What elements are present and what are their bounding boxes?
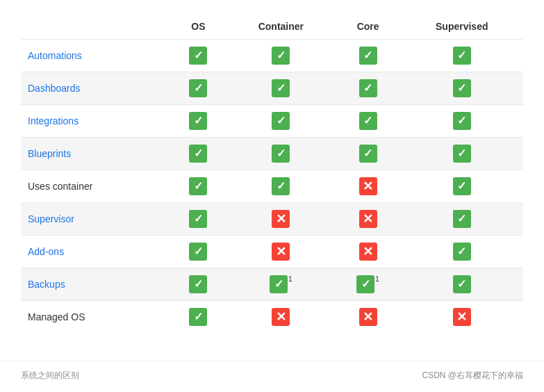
check-icon: ✓ <box>453 275 471 293</box>
check-icon: ✓ <box>270 275 288 293</box>
table-cell: ✓ <box>226 170 336 203</box>
table-cell: ✓1 <box>336 268 401 301</box>
table-row: Supervisor✓✕✕✓ <box>21 203 523 236</box>
table-cell: ✓ <box>170 268 226 301</box>
feature-cell[interactable]: Backups <box>21 268 170 301</box>
table-cell: ✓ <box>170 138 226 170</box>
cross-icon: ✕ <box>359 308 377 326</box>
table-cell: ✕ <box>226 203 336 236</box>
feature-link[interactable]: Backups <box>28 279 65 290</box>
feature-link[interactable]: Integrations <box>28 115 79 126</box>
feature-link[interactable]: Automations <box>28 50 82 61</box>
table-cell: ✓ <box>400 72 523 105</box>
check-icon: ✓ <box>189 243 207 261</box>
feature-label: Managed OS <box>28 311 85 322</box>
table-cell: ✓ <box>400 203 523 236</box>
check-icon: ✓ <box>189 308 207 326</box>
table-cell: ✓ <box>336 138 401 170</box>
cross-icon: ✕ <box>453 308 471 326</box>
check-icon: ✓ <box>359 145 377 163</box>
table-cell: ✓ <box>400 138 523 170</box>
table-cell: ✓ <box>400 236 523 268</box>
check-icon: ✓ <box>272 177 290 195</box>
table-cell: ✓ <box>336 72 401 105</box>
table-cell: ✕ <box>400 301 523 334</box>
table-cell: ✓ <box>226 138 336 170</box>
cross-icon: ✕ <box>359 243 377 261</box>
check-icon: ✓ <box>272 47 290 65</box>
table-cell: ✓ <box>170 203 226 236</box>
check-icon: ✓ <box>272 79 290 97</box>
feature-link[interactable]: Dashboards <box>28 83 81 94</box>
check-sup-wrapper: ✓1 <box>270 275 292 293</box>
feature-cell[interactable]: Dashboards <box>21 72 170 105</box>
check-icon: ✓ <box>359 47 377 65</box>
table-cell: ✓ <box>170 301 226 334</box>
check-icon: ✓ <box>359 79 377 97</box>
feature-cell: Uses container <box>21 170 170 203</box>
check-icon: ✓ <box>189 47 207 65</box>
feature-cell[interactable]: Blueprints <box>21 138 170 170</box>
table-cell: ✓ <box>226 105 336 138</box>
check-icon: ✓ <box>189 275 207 293</box>
col-header-os: OS <box>170 14 226 40</box>
cross-icon: ✕ <box>359 177 377 195</box>
col-header-core: Core <box>336 14 401 40</box>
table-cell: ✕ <box>226 301 336 334</box>
table-cell: ✓1 <box>226 268 336 301</box>
check-icon: ✓ <box>189 79 207 97</box>
footer-left: 系统之间的区别 <box>21 370 79 382</box>
table-cell: ✓ <box>400 170 523 203</box>
feature-cell[interactable]: Integrations <box>21 105 170 138</box>
table-cell: ✕ <box>336 203 401 236</box>
check-icon: ✓ <box>189 210 207 228</box>
table-cell: ✓ <box>400 40 523 72</box>
table-row: Integrations✓✓✓✓ <box>21 105 523 138</box>
table-cell: ✕ <box>336 170 401 203</box>
check-icon: ✓ <box>453 112 471 130</box>
table-row: Dashboards✓✓✓✓ <box>21 72 523 105</box>
check-icon: ✓ <box>189 145 207 163</box>
check-icon: ✓ <box>356 275 374 293</box>
table-row: Automations✓✓✓✓ <box>21 40 523 72</box>
feature-label: Uses container <box>28 181 92 192</box>
check-icon: ✓ <box>272 145 290 163</box>
feature-link[interactable]: Blueprints <box>28 148 71 159</box>
superscript-label: 1 <box>288 275 292 283</box>
check-icon: ✓ <box>189 177 207 195</box>
feature-link[interactable]: Add-ons <box>28 246 64 257</box>
table-cell: ✓ <box>170 236 226 268</box>
table-cell: ✓ <box>226 72 336 105</box>
check-icon: ✓ <box>453 79 471 97</box>
table-cell: ✓ <box>170 170 226 203</box>
table-cell: ✓ <box>170 72 226 105</box>
cross-icon: ✕ <box>359 210 377 228</box>
check-icon: ✓ <box>359 112 377 130</box>
check-icon: ✓ <box>453 177 471 195</box>
cross-icon: ✕ <box>272 308 290 326</box>
feature-cell: Managed OS <box>21 301 170 334</box>
check-icon: ✓ <box>453 243 471 261</box>
table-cell: ✓ <box>170 105 226 138</box>
table-cell: ✕ <box>336 301 401 334</box>
table-row: Backups✓✓1✓1✓ <box>21 268 523 301</box>
table-row: Managed OS✓✕✕✕ <box>21 301 523 334</box>
table-cell: ✕ <box>336 236 401 268</box>
table-row: Blueprints✓✓✓✓ <box>21 138 523 170</box>
feature-cell[interactable]: Add-ons <box>21 236 170 268</box>
cross-icon: ✕ <box>272 210 290 228</box>
check-icon: ✓ <box>272 112 290 130</box>
table-row: Add-ons✓✕✕✓ <box>21 236 523 268</box>
footer-right: CSDN @右耳樱花下的幸福 <box>422 370 523 382</box>
check-icon: ✓ <box>453 210 471 228</box>
col-header-supervised: Supervised <box>400 14 523 40</box>
feature-cell[interactable]: Automations <box>21 40 170 72</box>
table-cell: ✓ <box>226 40 336 72</box>
check-icon: ✓ <box>189 112 207 130</box>
col-header-feature <box>21 14 170 40</box>
feature-cell[interactable]: Supervisor <box>21 203 170 236</box>
feature-link[interactable]: Supervisor <box>28 213 74 224</box>
check-sup-wrapper: ✓1 <box>356 275 379 293</box>
footer: 系统之间的区别 CSDN @右耳樱花下的幸福 <box>0 361 544 387</box>
check-icon: ✓ <box>453 47 471 65</box>
